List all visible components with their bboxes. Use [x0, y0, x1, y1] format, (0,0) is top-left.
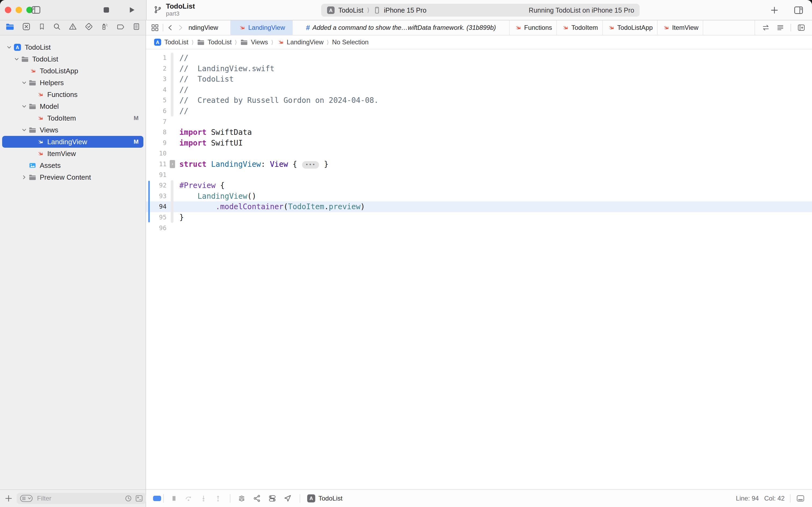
- code-line-92[interactable]: 92#Preview {: [146, 180, 812, 191]
- source-control-navigator-icon[interactable]: [22, 22, 31, 33]
- swift-file-icon: [607, 24, 615, 32]
- code-line-7[interactable]: 7: [146, 117, 812, 127]
- go-back-icon[interactable]: [167, 24, 173, 32]
- folded-code-ellipsis[interactable]: •••: [302, 161, 319, 169]
- run-button[interactable]: [128, 6, 136, 14]
- debug-bar: A TodoList Line: 94 Col: 42: [146, 489, 812, 507]
- tab-Functions[interactable]: Functions: [510, 20, 557, 35]
- adjust-editor-options-icon[interactable]: [776, 24, 785, 32]
- code-line-96[interactable]: 96: [146, 223, 812, 234]
- pause-icon[interactable]: [171, 495, 177, 502]
- project-navigator-icon[interactable]: [5, 22, 14, 33]
- scheme-bar[interactable]: A TodoList ⟩ iPhone 15 Pro Running TodoL…: [321, 4, 640, 17]
- disclosure-down-icon[interactable]: [20, 80, 28, 85]
- source-control-change-bar[interactable]: [148, 181, 150, 222]
- step-over-icon[interactable]: [184, 495, 193, 502]
- tab-TodoListApp[interactable]: TodoListApp: [603, 20, 657, 35]
- code-line-4[interactable]: 4//: [146, 84, 812, 95]
- project-proxy[interactable]: TodoList part3: [154, 2, 195, 17]
- tree-item-Assets[interactable]: Assets: [0, 160, 146, 171]
- code-line-93[interactable]: 93 LandingView(): [146, 191, 812, 202]
- tree-item-Model[interactable]: Model: [0, 101, 146, 112]
- code-line-6[interactable]: 6//: [146, 106, 812, 117]
- debug-navigator-icon[interactable]: [101, 22, 109, 33]
- filter-field[interactable]: [17, 493, 146, 504]
- divider: [163, 494, 164, 503]
- code-line-5[interactable]: 5// Created by Russell Gordon on 2024-04…: [146, 95, 812, 106]
- tree-item-TodoListApp[interactable]: TodoListApp: [0, 65, 146, 77]
- recent-files-clock-icon[interactable]: [125, 495, 132, 502]
- environment-overrides-icon[interactable]: [268, 494, 277, 502]
- disclosure-down-icon[interactable]: [20, 127, 28, 132]
- breadcrumb-item[interactable]: No Selection: [332, 39, 369, 46]
- editor-options-group: [755, 20, 812, 35]
- cursor-line-indicator: Line: 94: [736, 495, 759, 502]
- breadcrumb-item[interactable]: LandingView: [277, 39, 324, 46]
- test-navigator-icon[interactable]: [84, 22, 93, 33]
- code-line-94[interactable]: 94 .modelContainer(TodoItem.preview): [146, 202, 812, 212]
- tab-commit[interactable]: #Added a command to show the…wiftData fr…: [293, 20, 510, 35]
- toggle-left-sidebar-icon[interactable]: [31, 5, 41, 15]
- code-line-11[interactable]: 11›struct LandingView: View { ••• }: [146, 159, 812, 170]
- tab-ndingView[interactable]: ndingView: [187, 20, 230, 35]
- line-number: 8: [146, 127, 170, 138]
- close-window-button[interactable]: [5, 7, 11, 13]
- code-line-95[interactable]: 95}: [146, 212, 812, 223]
- tree-item-TodoItem[interactable]: TodoItemM: [0, 112, 146, 124]
- tree-item-Views[interactable]: Views: [0, 124, 146, 136]
- code-line-3[interactable]: 3// TodoList: [146, 74, 812, 84]
- scheme-destination-label[interactable]: iPhone 15 Pro: [384, 6, 426, 14]
- add-file-icon[interactable]: [5, 495, 12, 502]
- go-forward-icon[interactable]: [177, 24, 184, 32]
- minimize-window-button[interactable]: [15, 7, 22, 13]
- tab-ItemView[interactable]: ItemView: [657, 20, 703, 35]
- scheme-target-label[interactable]: TodoList: [338, 6, 363, 14]
- tree-item-Functions[interactable]: Functions: [0, 89, 146, 101]
- code-line-1[interactable]: 1//: [146, 53, 812, 63]
- breadcrumb-item[interactable]: TodoList: [197, 39, 231, 46]
- breakpoint-navigator-icon[interactable]: [117, 23, 125, 33]
- tree-item-ItemView[interactable]: ItemView: [0, 148, 146, 160]
- tab-LandingView[interactable]: LandingView: [230, 20, 293, 35]
- bookmark-navigator-icon[interactable]: [39, 22, 45, 33]
- tree-item-Preview-Content[interactable]: Preview Content: [0, 171, 146, 183]
- filter-options-icon[interactable]: [20, 495, 33, 502]
- code-line-2[interactable]: 2// LandingView.swift: [146, 63, 812, 74]
- source-control-status-filter-icon[interactable]: [135, 495, 143, 502]
- swift-icon: [36, 91, 44, 98]
- tree-item-LandingView[interactable]: LandingViewM: [0, 136, 146, 148]
- disclosure-down-icon[interactable]: [5, 45, 13, 50]
- related-items-icon[interactable]: [151, 23, 159, 32]
- disclosure-right-icon[interactable]: [20, 175, 28, 180]
- disclosure-down-icon[interactable]: [13, 57, 20, 61]
- tree-item-TodoList[interactable]: TodoList: [0, 53, 146, 65]
- add-editor-icon[interactable]: [797, 23, 806, 32]
- breadcrumb-item[interactable]: ATodoList: [154, 38, 188, 46]
- stop-button[interactable]: [102, 6, 111, 14]
- step-into-icon[interactable]: [200, 495, 207, 502]
- new-tab-icon[interactable]: [770, 6, 779, 14]
- code-line-9[interactable]: 9import SwiftUI: [146, 138, 812, 149]
- step-out-icon[interactable]: [214, 495, 222, 502]
- find-navigator-icon[interactable]: [53, 22, 61, 33]
- tab-TodoItem[interactable]: TodoItem: [557, 20, 603, 35]
- tree-item-Helpers[interactable]: Helpers: [0, 77, 146, 89]
- issue-navigator-icon[interactable]: [68, 22, 77, 33]
- simulate-location-icon[interactable]: [284, 494, 292, 502]
- source-editor[interactable]: 1//2// LandingView.swift3// TodoList4//5…: [146, 49, 812, 489]
- filter-input[interactable]: [36, 494, 121, 503]
- code-review-icon[interactable]: [761, 24, 770, 32]
- breakpoints-toggle-icon[interactable]: [153, 496, 161, 501]
- toggle-debug-area-icon[interactable]: [796, 494, 805, 503]
- toggle-right-inspector-icon[interactable]: [794, 5, 803, 15]
- code-fold-disclosure-icon[interactable]: ›: [170, 160, 175, 168]
- report-navigator-icon[interactable]: [133, 22, 140, 33]
- tree-item-TodoList[interactable]: ATodoList: [0, 41, 146, 53]
- breadcrumb-item[interactable]: Views: [240, 39, 268, 46]
- code-line-91[interactable]: 91: [146, 170, 812, 180]
- code-line-8[interactable]: 8import SwiftData: [146, 127, 812, 138]
- view-hierarchy-icon[interactable]: [237, 494, 246, 502]
- code-line-10[interactable]: 10: [146, 148, 812, 159]
- disclosure-down-icon[interactable]: [20, 104, 28, 109]
- memory-graph-icon[interactable]: [253, 494, 261, 503]
